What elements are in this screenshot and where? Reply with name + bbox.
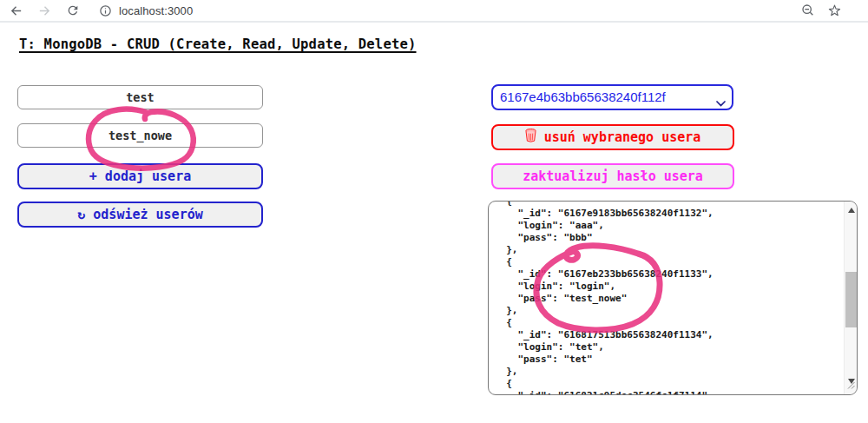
password-input[interactable]	[17, 123, 263, 148]
bookmark-star-button[interactable]	[827, 3, 842, 18]
back-button[interactable]	[9, 3, 23, 18]
delete-user-button[interactable]: usuń wybranego usera	[491, 124, 734, 150]
trash-icon	[525, 129, 536, 146]
user-select-wrap: 6167e4b63bb65638240f112f	[491, 84, 733, 110]
forward-icon	[37, 3, 52, 18]
output-scrollbar[interactable]	[844, 202, 857, 394]
zoom-out-icon	[801, 3, 815, 17]
update-password-button[interactable]: zaktualizuj hasło usera	[491, 163, 734, 189]
refresh-button[interactable]	[66, 3, 80, 17]
resize-handle-icon[interactable]	[847, 377, 855, 393]
scrollbar-thumb[interactable]	[845, 272, 857, 327]
users-json-output[interactable]: { "_id": "6167e9183bb65638240f1132", "lo…	[488, 201, 858, 395]
zoom-out-button[interactable]	[801, 3, 815, 17]
browser-window: localhost:3000 T: MongoDB - CRUD (Create…	[0, 0, 868, 423]
site-info-button[interactable]	[99, 4, 112, 17]
forward-button[interactable]	[37, 3, 52, 18]
delete-user-label: usuń wybranego usera	[544, 129, 701, 145]
user-select[interactable]: 6167e4b63bb65638240f112f	[491, 84, 733, 110]
refresh-users-button[interactable]: ↻ odśwież userów	[17, 202, 263, 228]
toolbar-right	[801, 3, 868, 18]
star-icon	[827, 3, 842, 18]
info-icon	[99, 4, 112, 17]
login-input[interactable]	[17, 85, 263, 109]
browser-toolbar: localhost:3000	[0, 0, 868, 23]
refresh-icon	[66, 3, 80, 17]
back-icon	[9, 3, 23, 18]
page-title: T: MongoDB - CRUD (Create, Read, Update,…	[19, 36, 417, 52]
scroll-up-arrow-icon[interactable]	[845, 203, 858, 216]
users-json-output-text: { "_id": "6167e9183bb65638240f1132", "lo…	[495, 201, 842, 395]
address-url[interactable]: localhost:3000	[119, 4, 193, 17]
add-user-button[interactable]: + dodaj usera	[17, 163, 263, 189]
